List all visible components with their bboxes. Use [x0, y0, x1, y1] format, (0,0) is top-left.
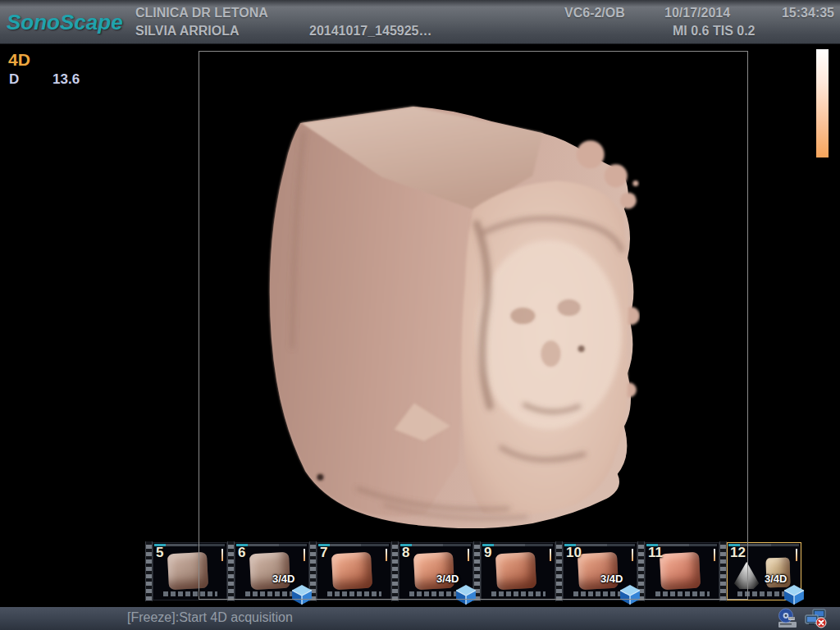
- render-colorbar: [816, 49, 829, 158]
- thumbnail[interactable]: 10 3/4D: [563, 542, 637, 600]
- thumbnail-colorbar: [632, 549, 633, 561]
- thumbnail-number: 12: [730, 545, 746, 561]
- filmstrip-separator: [719, 541, 727, 601]
- thumbnail-3d-volume-image: [167, 551, 208, 590]
- thumbnail-toolbar-row: [655, 591, 710, 596]
- thumbnail[interactable]: 9 3/4D: [481, 542, 555, 600]
- thumbnail-cell: 5 3/4D: [145, 541, 227, 601]
- badge-3-4d-label: 3/4D: [436, 573, 459, 585]
- badge-3-4d: 3/4D: [765, 572, 806, 606]
- thumbnail-3d-volume-image: [331, 551, 372, 590]
- thumbnail-header-bar: [236, 544, 307, 546]
- thumbnail-cell: 10 3/4D: [555, 541, 637, 601]
- badge-3-4d: 3/4D: [600, 572, 641, 606]
- thumbnail-number: 7: [320, 545, 327, 561]
- thumbnail-colorbar: [468, 549, 469, 561]
- acoustic-indices: MI 0.6 TIS 0.2: [673, 24, 755, 39]
- thumbnail-cell: 9 3/4D: [473, 541, 555, 601]
- svg-text:DVD: DVD: [789, 617, 796, 620]
- depth-value: 13.6: [52, 71, 80, 88]
- cube-3d-icon: [455, 584, 477, 605]
- thumbnail-number: 6: [238, 545, 245, 561]
- thumbnail-3d-volume-image: [660, 551, 701, 590]
- thumbnail-colorbar: [796, 549, 797, 561]
- thumbnail-cell: 12 3/4D: [719, 541, 801, 601]
- exam-id: 20141017_145925…: [309, 24, 431, 39]
- thumbnail-toolbar-row: [491, 591, 546, 596]
- thumbnail-header-bar: [400, 544, 471, 546]
- thumbnail-toolbar-row: [327, 591, 381, 596]
- badge-3-4d-label: 3/4D: [600, 573, 623, 585]
- thumbnail[interactable]: 12 3/4D: [727, 542, 801, 600]
- thumbnail-header-bar: [482, 544, 553, 546]
- thumbnail-number: 11: [648, 545, 663, 561]
- thumbnail-3d-volume-image: [495, 551, 536, 590]
- thumbnail-colorbar: [550, 549, 551, 561]
- badge-3-4d: 3/4D: [272, 572, 313, 606]
- ultrasound-app-window: SonoScape CLINICA DR LETONA SILVIA ARRIO…: [0, 0, 840, 630]
- thumbnail-colorbar: [304, 549, 305, 561]
- filmstrip-separator: [555, 541, 563, 601]
- filmstrip-separator: [391, 541, 399, 601]
- top-bar: SonoScape CLINICA DR LETONA SILVIA ARRIO…: [0, 0, 840, 44]
- filmstrip-separator: [145, 541, 153, 601]
- network-offline-icon[interactable]: [804, 608, 827, 629]
- thumbnail-number: 9: [484, 545, 491, 561]
- thumbnail-colorbar: [221, 549, 223, 561]
- status-message: [Freeze]:Start 4D acquisition: [127, 610, 293, 625]
- patient-name: SILVIA ARRIOLA: [135, 24, 240, 39]
- thumbnail[interactable]: 5 3/4D: [153, 542, 227, 600]
- thumbnail[interactable]: 11 3/4D: [645, 542, 719, 600]
- cube-3d-icon: [783, 584, 805, 605]
- thumbnail-number: 8: [402, 545, 409, 561]
- thumbnail-strip: 5 3/4D 6: [145, 541, 801, 601]
- exam-date: 10/17/2014: [664, 6, 730, 21]
- badge-3-4d: 3/4D: [436, 572, 477, 606]
- thumbnail-2d-sector-image: [734, 562, 759, 589]
- thumbnail-colorbar: [714, 549, 715, 561]
- thumbnail[interactable]: 7 3/4D: [317, 542, 391, 600]
- clinic-name: CLINICA DR LETONA: [135, 6, 268, 21]
- exam-time: 15:34:35: [782, 6, 834, 21]
- cube-3d-icon: [619, 584, 641, 605]
- badge-3-4d-label: 3/4D: [272, 573, 294, 585]
- volume-render-3d[interactable]: [261, 100, 640, 528]
- thumbnail-header-bar: [318, 544, 389, 546]
- thumbnail[interactable]: 8 3/4D: [399, 542, 473, 600]
- thumbnail-toolbar-row: [163, 591, 217, 596]
- fetal-volume-image: [261, 100, 640, 528]
- thumbnail-number: 10: [566, 545, 582, 561]
- depth-label: D: [9, 71, 19, 88]
- status-bar: [Freeze]:Start 4D acquisition DVD: [0, 607, 840, 630]
- probe-preset: VC6-2/OB: [564, 6, 625, 21]
- badge-3-4d-label: 3/4D: [765, 573, 787, 585]
- thumbnail[interactable]: 6 3/4D: [235, 542, 309, 600]
- thumbnail-cell: 6 3/4D: [227, 541, 309, 601]
- cd-burn-icon[interactable]: DVD: [776, 608, 799, 629]
- thumbnail-header-bar: [154, 544, 225, 546]
- thumbnail-colorbar: [386, 549, 387, 561]
- filmstrip-separator: [227, 541, 235, 601]
- thumbnail-number: 5: [156, 545, 163, 561]
- thumbnail-cell: 8 3/4D: [391, 541, 473, 601]
- thumbnail-cell: 11 3/4D: [637, 541, 719, 601]
- thumbnail-cell: 7 3/4D: [309, 541, 391, 601]
- cube-3d-icon: [291, 584, 313, 605]
- mode-label: 4D: [8, 50, 30, 70]
- sonoscape-logo: SonoScape: [7, 10, 123, 35]
